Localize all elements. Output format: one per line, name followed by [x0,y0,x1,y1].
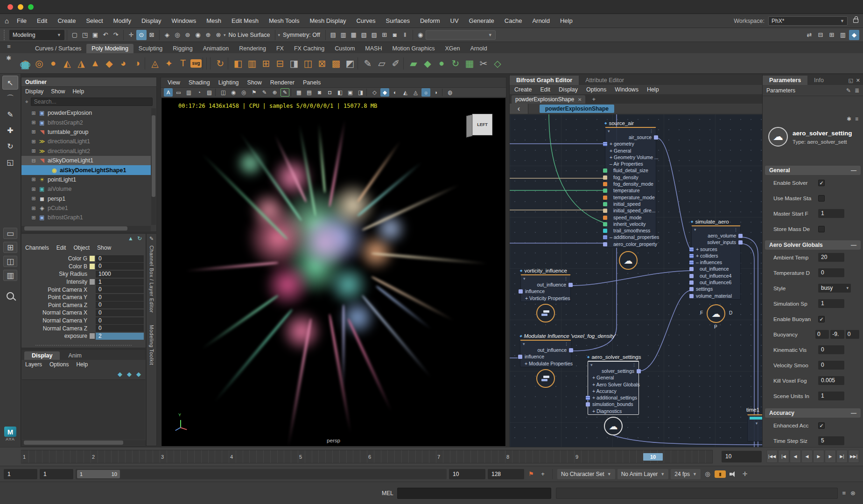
port-connector[interactable] [689,260,694,265]
node-port[interactable]: + Aero Solver Globals [588,381,638,388]
modeling-toolkit-tab[interactable]: Modeling Toolkit [149,325,154,365]
shelf-tool-icon[interactable]: ◧ [232,56,245,71]
viewport-toggle-icon[interactable]: ▥ [184,88,193,97]
expand-toggle-icon[interactable]: ⊞ [31,205,36,211]
viewport-toggle-icon[interactable]: ◍ [446,88,455,97]
menu-item[interactable]: Select [81,17,108,24]
tool-icon[interactable]: ✚ [2,123,18,137]
playback-start-field[interactable]: 1 [40,469,73,479]
anim-layer-selector[interactable]: No Anim Layer ▼ [617,469,669,479]
shelf-tool-icon[interactable]: ● [47,56,60,71]
parameters-action-icon[interactable]: ≣ [855,87,859,94]
node-port[interactable]: fog_density_mode [605,181,656,187]
outliner-item[interactable]: ⊞ ◈ pCube1 [21,203,151,213]
shelf-tool-icon[interactable] [403,57,406,70]
shelf-tab[interactable]: FX Caching [289,44,330,53]
shelf-tab[interactable]: Rigging [168,44,197,53]
parameter-field[interactable]: 20 [818,253,844,262]
viewport-toggle-icon[interactable]: ✎ [260,88,269,97]
shelf-tool-icon[interactable]: svg [190,59,202,68]
outliner-horizontal-scrollbar[interactable] [21,226,151,231]
sidebar-toggle-icon[interactable]: ⊟ [815,30,826,40]
node-port[interactable]: out_influence [521,281,570,288]
node-port[interactable]: initial_speed [605,201,656,207]
port-connector[interactable] [518,355,522,359]
viewport-menu-item[interactable]: View [168,79,180,86]
simulate-aero-icon[interactable]: ☁ [707,304,725,323]
shelf-tab[interactable]: Animation [198,44,234,53]
collapse-caret-icon[interactable]: ▾ [523,276,526,281]
shelf-tab[interactable]: Motion Graphics [387,44,440,53]
collapse-icon[interactable]: — [851,410,856,416]
lock-workspace-icon[interactable] [853,19,858,23]
playback-button[interactable]: |◀ [778,450,789,463]
bifrost-menu-item[interactable]: Options [586,86,606,93]
shelf-tool-icon[interactable]: ◭ [61,56,74,71]
shelf-tool-icon[interactable]: ✂ [477,56,490,71]
shelf-tool-icon[interactable]: ◩ [344,56,357,71]
shelf-tab[interactable]: Curves / Surfaces [30,44,86,53]
viewport-toggle-icon[interactable]: ▧ [205,88,214,97]
node-simulate-aero[interactable]: simulate_aero ▾⋮ aero_volume solver_inpu… [691,225,741,300]
channel-box-icon[interactable]: ↻ [137,235,142,242]
bifrost-menu-item[interactable]: Display [559,86,578,93]
node-port[interactable]: simulation_bounds [588,401,638,407]
file-op-icon[interactable]: ↶ [100,30,111,40]
chevron-down-icon[interactable]: ▾ [278,33,280,37]
port-connector[interactable] [603,175,607,180]
edit-icon[interactable]: ✎ [149,236,154,242]
port-connector[interactable] [654,135,658,140]
viewport-toggle-icon[interactable]: ☼ [421,88,430,97]
node-port[interactable]: settings [692,286,740,292]
menu-item[interactable]: Help [555,17,578,24]
node-aero-solver-settings[interactable]: aero_solver_settings ▾⋮ solver_settings … [588,361,639,415]
layout-preset-button[interactable]: ▭ [3,228,17,239]
outliner-item[interactable]: ⊞ ▣ bifrostGraph1 [21,213,151,222]
channel-value-field[interactable]: 1 [96,279,144,286]
port-connector[interactable] [738,234,743,238]
shelf-menu-icon[interactable]: ≡ [7,43,11,50]
close-window-button[interactable] [7,4,13,10]
outliner-item[interactable]: ⊞ ☀ pointLight1 [21,175,151,184]
channel-box-menu-item[interactable]: Channels [25,245,49,251]
port-connector[interactable] [689,294,694,298]
shelf-tool-icon[interactable]: ▥ [246,56,259,71]
workspace-selector[interactable]: PhX* ▼ [768,16,848,26]
viewport-toggle-icon[interactable]: ⊕ [270,88,279,97]
shelf-tool-icon[interactable]: ✎ [361,56,374,71]
parameter-field[interactable]: -9. [830,330,844,339]
chevron-down-icon[interactable]: ▾ [224,33,226,37]
shelf-tool-icon[interactable]: ◕ [117,56,130,71]
view-cube[interactable]: LEFT [466,114,493,135]
viewport-toggle-icon[interactable]: ▦ [295,88,303,97]
channel-value-field[interactable]: 0 [96,317,144,324]
viewport-toggle-icon[interactable]: ◭ [401,88,410,97]
menu-item[interactable]: Arnold [527,17,555,24]
node-port[interactable]: solver_settings [588,368,638,374]
shelf-tool-icon[interactable] [206,57,209,70]
channel-value-field[interactable]: 0 [96,294,144,301]
menu-item[interactable]: Create [52,17,81,24]
range-slider-handle[interactable]: 1 10 [77,470,120,478]
time-port-connector[interactable] [750,417,763,420]
node-time[interactable]: ▾ [747,414,763,441]
viewport-toggle-icon[interactable] [366,89,369,96]
expand-toggle-icon[interactable]: ⊞ [31,186,36,192]
viewport-menu-item[interactable]: Shading [189,79,210,86]
playback-end-field[interactable]: 10 [449,469,485,479]
snap-icon[interactable]: ⊗ [213,30,224,40]
bifrost-menu-item[interactable]: Windows [615,86,638,93]
frame-tick[interactable]: 2 [91,450,160,463]
viewport-toggle-icon[interactable] [442,89,444,96]
viewport-toggle-icon[interactable]: ◫ [219,88,228,97]
viewport-toggle-icon[interactable]: ◇ [370,88,379,97]
viewport-toggle-icon[interactable]: ◐ [391,88,400,97]
parameters-tab[interactable]: Parameters [763,76,807,85]
node-port[interactable]: out_influence6 [692,279,740,286]
history-icon[interactable]: ▦ [349,30,359,40]
outliner-item[interactable]: ⊞ ◼ persp1 [21,194,151,203]
outliner-item[interactable]: ⊟ ◥ aiSkyDomeLight1 [21,156,151,165]
snap-icon[interactable]: ◉ [193,30,203,40]
file-op-icon[interactable]: ▣ [90,30,100,40]
channel-box-icon[interactable]: ▲ [128,235,133,242]
